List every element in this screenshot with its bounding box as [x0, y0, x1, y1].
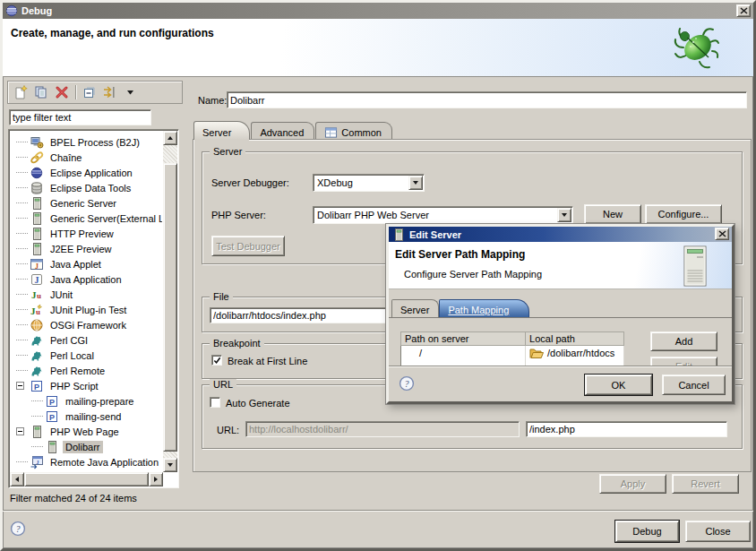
dropdown-button[interactable] — [557, 208, 571, 222]
tree-item-eclipse-application[interactable]: Eclipse Application — [11, 165, 162, 180]
tree-vertical-scrollbar[interactable] — [163, 131, 177, 472]
ok-button[interactable]: OK — [585, 375, 652, 395]
tree-item-java-applet[interactable]: JJava Applet — [11, 256, 162, 271]
tab-server[interactable]: Server — [193, 121, 250, 140]
php-server-select[interactable]: Dolibarr PHP Web Server — [313, 206, 573, 224]
edit-server-close-button[interactable] — [715, 228, 729, 240]
filter-input[interactable] — [9, 109, 151, 125]
collapse-expander-icon[interactable] — [16, 427, 24, 435]
tree-guide-line — [16, 248, 28, 249]
edit-server-titlebar[interactable]: Edit Server — [389, 227, 732, 242]
java-applet-icon: J — [30, 257, 44, 271]
tree-guide-line — [16, 187, 28, 188]
apply-button[interactable]: Apply — [599, 474, 666, 494]
tree-item-junit-plug-in-test[interactable]: JuJUnit Plug-in Test — [11, 302, 162, 317]
tree-guide-line — [16, 142, 28, 142]
revert-button[interactable]: Revert — [672, 474, 739, 494]
base-url-input — [245, 421, 520, 437]
tree-guide-line — [31, 446, 43, 447]
tree-item-http-preview[interactable]: HTTP Preview — [11, 226, 162, 241]
tree-item-osgi-framework[interactable]: OSGi Framework — [11, 317, 162, 332]
cancel-button[interactable]: Cancel — [662, 375, 726, 395]
horizontal-scroll-thumb[interactable] — [24, 472, 149, 486]
scroll-up-button[interactable] — [163, 131, 177, 145]
tree-item-mailing-prepare[interactable]: Pmailing-prepare — [11, 393, 162, 409]
path-mapping-table[interactable]: Path on server Local path //dolibarr/htd… — [400, 331, 624, 366]
tree-item-php-web-page[interactable]: PHP Web Page — [11, 424, 162, 439]
collapse-all-icon[interactable] — [82, 85, 97, 99]
tree-item-perl-local[interactable]: Perl Local — [11, 348, 162, 363]
server-image — [682, 245, 709, 287]
dropdown-arrow-icon[interactable] — [124, 85, 138, 99]
tree-item-junit[interactable]: JuJUnit — [11, 287, 162, 302]
tab-common[interactable]: Common — [315, 122, 392, 140]
window-titlebar[interactable]: Debug — [3, 3, 753, 19]
local-path-cell: /dolibarr/htdocs — [526, 346, 624, 361]
tree-item-perl-cgi[interactable]: Perl CGI — [11, 332, 162, 348]
tree-guide-line — [16, 461, 28, 462]
tree-item-perl-remote[interactable]: Perl Remote — [11, 363, 162, 378]
tree-item-generic-server-external-la[interactable]: Generic Server(External La — [11, 211, 162, 226]
window-close-button[interactable] — [736, 4, 751, 17]
server-debugger-select[interactable]: XDebug — [313, 174, 425, 192]
add-mapping-button[interactable]: Add — [650, 331, 717, 351]
path-mapping-row[interactable]: //dolibarr/htdocs — [401, 346, 624, 361]
tree-item-java-application[interactable]: JJava Application — [11, 271, 162, 287]
tree-item-j2ee-preview[interactable]: J2EE Preview — [11, 241, 162, 256]
test-debugger-button[interactable]: Test Debugger — [211, 236, 285, 256]
table-icon — [324, 126, 338, 139]
vertical-scroll-thumb[interactable] — [163, 163, 177, 452]
new-config-icon[interactable] — [13, 85, 28, 99]
url-path-input[interactable] — [526, 421, 727, 437]
dialog-tab-path-mapping[interactable]: Path Mapping — [439, 299, 529, 317]
tree-item-cha-ne[interactable]: Chaîne — [11, 150, 162, 165]
configurations-toolbar — [7, 81, 183, 104]
tree-item-mailing-send[interactable]: Pmailing-send — [11, 409, 162, 424]
svg-text:P: P — [49, 412, 55, 421]
tree-item-eclipse-data-tools[interactable]: Eclipse Data Tools — [11, 180, 162, 195]
tree-item-remote-java-application[interactable]: JRemote Java Application — [11, 454, 162, 469]
tree-item-label: Remote Java Application — [47, 456, 161, 469]
tree-horizontal-scrollbar[interactable] — [10, 472, 163, 486]
break-first-line-checkbox[interactable] — [211, 355, 222, 366]
banner-title: Create, manage, and run configurations — [11, 27, 214, 39]
help-icon: ? — [10, 521, 26, 537]
server-group-title: Server — [210, 146, 245, 157]
dialog-banner: Create, manage, and run configurations — [3, 19, 753, 77]
breakpoint-group-title: Breakpoint — [210, 338, 264, 349]
file-group-title: File — [210, 291, 233, 302]
delete-icon[interactable] — [55, 85, 69, 99]
php-server-value: Dolibarr PHP Web Server — [317, 210, 429, 220]
toolbar-divider — [75, 85, 76, 99]
server-debugger-value: XDebug — [317, 177, 353, 188]
dropdown-button[interactable] — [408, 176, 423, 190]
filter-icon[interactable] — [103, 85, 117, 99]
tree-item-label: Eclipse Application — [47, 167, 135, 179]
dialog-help-button[interactable]: ? — [399, 375, 415, 392]
help-button[interactable]: ? — [10, 521, 26, 537]
configure-server-button[interactable]: Configure... — [645, 204, 722, 224]
tree-guide-line — [31, 400, 43, 401]
tree-item-dolibarr[interactable]: Dolibarr — [11, 439, 162, 454]
dialog-tab-server[interactable]: Server — [391, 299, 439, 317]
config-name-input[interactable] — [227, 91, 747, 108]
duplicate-icon[interactable] — [34, 85, 48, 99]
edit-server-title: Edit Server — [409, 229, 461, 240]
close-button[interactable]: Close — [685, 521, 751, 542]
tree-item-bpel-process-b2j[interactable]: BPEL Process (B2J) — [11, 134, 162, 150]
tree-item-generic-server[interactable]: Generic Server — [11, 195, 162, 211]
tab-advanced[interactable]: Advanced — [251, 122, 314, 140]
column-header-path-on-server[interactable]: Path on server — [401, 332, 526, 346]
scroll-down-button[interactable] — [163, 458, 177, 472]
scroll-right-button[interactable] — [149, 472, 163, 486]
svg-text:u: u — [37, 291, 41, 300]
debug-button[interactable]: Debug — [615, 521, 679, 542]
scroll-left-button[interactable] — [10, 472, 24, 486]
collapse-expander-icon[interactable] — [16, 382, 24, 390]
perl-icon — [30, 349, 44, 363]
edit-mapping-button[interactable]: Edit — [650, 357, 717, 366]
new-server-button[interactable]: New — [584, 204, 641, 224]
column-header-local-path[interactable]: Local path — [526, 332, 624, 346]
auto-generate-checkbox[interactable] — [210, 397, 220, 408]
tree-item-php-script[interactable]: PPHP Script — [11, 378, 162, 393]
